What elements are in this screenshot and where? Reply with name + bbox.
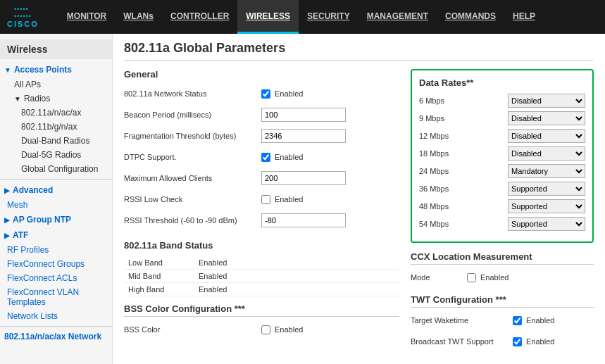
logo: ••••••••••• CISCO [7,6,44,28]
nav-commands[interactable]: COMMANDS [437,0,504,34]
band-value-high: Enabled [194,283,399,296]
sidebar-item-rf-profiles[interactable]: RF Profiles [0,243,112,257]
rate-label-48mbps: 48 Mbps [419,202,468,211]
arrow-icon: ▼ [4,66,11,74]
sidebar-label-ap-ntp: AP Group NTP [13,215,71,225]
form-row-dtpc: DTPC Support. Enabled [124,149,399,165]
sidebar-label-radios: Radios [24,94,50,103]
rate-select-24mbps[interactable]: DisabledMandatorySupported [508,164,585,178]
sidebar-item-all-aps[interactable]: All APs [0,77,112,92]
sidebar-item-access-points[interactable]: ▼ Access Points [0,62,112,77]
checkbox-bss-color[interactable] [261,325,270,334]
rate-label-18mbps: 18 Mbps [419,149,468,158]
value-beacon [261,108,346,122]
checkbox-network-status[interactable] [261,89,270,99]
form-row-target-waketime: Target Waketime Enabled [411,312,594,329]
band-value-low: Enabled [194,256,399,270]
band-value-mid: Enabled [194,270,399,283]
label-beacon: Beacon Period (millisecs) [124,111,261,119]
band-status-header: 802.11a Band Status [124,240,399,251]
divider2 [0,326,112,327]
logo-dots: ••••••••••• [14,6,32,20]
sidebar-item-network-lists[interactable]: Network Lists [0,309,112,323]
sidebar-item-80211b[interactable]: 802.11b/g/n/ax [0,120,112,134]
rate-select-9mbps[interactable]: DisabledMandatorySupported [508,111,585,125]
label-frag: Fragmentation Threshold (bytes) [124,132,261,140]
checkbox-target-waketime[interactable] [513,316,522,325]
twt-section: TWT Configuration *** Target Waketime En… [411,294,594,350]
advanced-arrow-icon: ▶ [4,187,10,194]
form-row-ccx-mode: Mode Enabled [411,269,594,286]
divider [0,179,112,180]
rate-select-18mbps[interactable]: DisabledMandatorySupported [508,146,585,161]
sidebar-item-radios[interactable]: ▼ Radios [0,92,112,106]
sidebar-item-atf[interactable]: ▶ ATF [0,227,112,243]
checkbox-rssi-low[interactable] [261,195,270,204]
nav-monitor[interactable]: MONITOR [58,0,115,34]
sidebar-item-dual-band[interactable]: Dual-Band Radios [0,134,112,148]
checkbox-ccx-mode[interactable] [467,273,476,282]
rate-select-54mbps[interactable]: DisabledMandatorySupported [508,217,585,231]
rate-row-36mbps: 36 Mbps DisabledMandatorySupported [419,182,585,196]
label-broadcast-twt: Broadcast TWT Support [411,337,513,346]
atf-arrow-icon: ▶ [4,232,10,239]
top-navigation: ••••••••••• CISCO MONITOR WLANs CONTROLL… [0,0,605,34]
rate-row-18mbps: 18 Mbps DisabledMandatorySupported [419,146,585,161]
sidebar-item-80211a-network[interactable]: 802.11a/n/ac/ax Network [0,330,112,344]
rate-label-36mbps: 36 Mbps [419,184,468,193]
value-dtpc: Enabled [261,153,303,162]
input-rssi-threshold[interactable] [261,213,346,227]
rate-select-12mbps[interactable]: DisabledMandatorySupported [508,129,585,143]
checkbox-broadcast-twt[interactable] [513,337,522,346]
data-rates-title: Data Rates** [419,77,585,88]
label-rssi-low: RSSI Low Check [124,195,261,203]
input-beacon[interactable] [261,108,346,122]
sidebar-title: Wireless [0,39,112,59]
ap-ntp-arrow-icon: ▶ [4,216,10,224]
sidebar-item-80211a[interactable]: 802.11a/n/ac/ax [0,106,112,120]
sidebar-item-advanced[interactable]: ▶ Advanced [0,182,112,198]
general-section-header: General [124,69,399,80]
nav-security[interactable]: SECURITY [299,0,358,34]
table-row: High Band Enabled [124,283,399,296]
rate-label-24mbps: 24 Mbps [419,167,468,175]
value-max-clients [261,171,346,185]
sidebar-label-advanced: Advanced [13,185,53,195]
form-row-broadcast-twt: Broadcast TWT Support Enabled [411,333,594,350]
nav-help[interactable]: HELP [504,0,544,34]
content-area: 802.11a Global Parameters General 802.11… [113,34,605,364]
sidebar-item-ap-group-ntp[interactable]: ▶ AP Group NTP [0,212,112,227]
rate-select-48mbps[interactable]: DisabledMandatorySupported [508,199,585,213]
sidebar-section-wireless: ▼ Access Points All APs ▼ Radios 802.11a… [0,59,112,346]
sidebar-item-flexconnect-acls[interactable]: FlexConnect ACLs [0,271,112,285]
nav-wireless[interactable]: WIRELESS [237,0,299,34]
sidebar-item-flexconnect-groups[interactable]: FlexConnect Groups [0,257,112,271]
table-row: Mid Band Enabled [124,270,399,283]
sidebar: Wireless ▼ Access Points All APs ▼ Radio… [0,34,113,364]
sidebar-label-access-points: Access Points [14,65,72,75]
rate-select-6mbps[interactable]: DisabledMandatorySupported [508,94,585,108]
bss-color-section: BSS Color Configuration *** BSS Color En… [124,303,399,338]
nav-controller[interactable]: CONTROLLER [162,0,237,34]
sidebar-label-atf: ATF [13,230,28,240]
rate-row-12mbps: 12 Mbps DisabledMandatorySupported [419,129,585,143]
value-network-status: Enabled [261,89,303,99]
input-frag[interactable] [261,129,346,143]
sidebar-item-flexconnect-vlan[interactable]: FlexConnect VLAN Templates [0,285,112,309]
sidebar-item-global-config[interactable]: Global Configuration [0,162,112,176]
left-column: General 802.11a Network Status Enabled B… [124,69,399,354]
band-status-table: Low Band Enabled Mid Band Enabled High B… [124,256,399,296]
sidebar-item-dual-5g[interactable]: Dual-5G Radios [0,148,112,162]
nav-wlans[interactable]: WLANs [115,0,162,34]
logo-text: CISCO [7,20,39,28]
input-max-clients[interactable] [261,171,346,185]
rate-select-36mbps[interactable]: DisabledMandatorySupported [508,182,585,196]
nav-management[interactable]: MANAGEMENT [358,0,437,34]
form-row-network-status: 802.11a Network Status Enabled [124,85,399,102]
checkbox-dtpc[interactable] [261,153,270,162]
text-ccx-mode: Enabled [480,273,509,282]
label-rssi-threshold: RSSI Threshold (-60 to -90 dBm) [124,216,261,225]
band-label-low: Low Band [124,256,194,270]
label-ccx-mode: Mode [411,273,467,282]
sidebar-item-mesh[interactable]: Mesh [0,198,112,212]
